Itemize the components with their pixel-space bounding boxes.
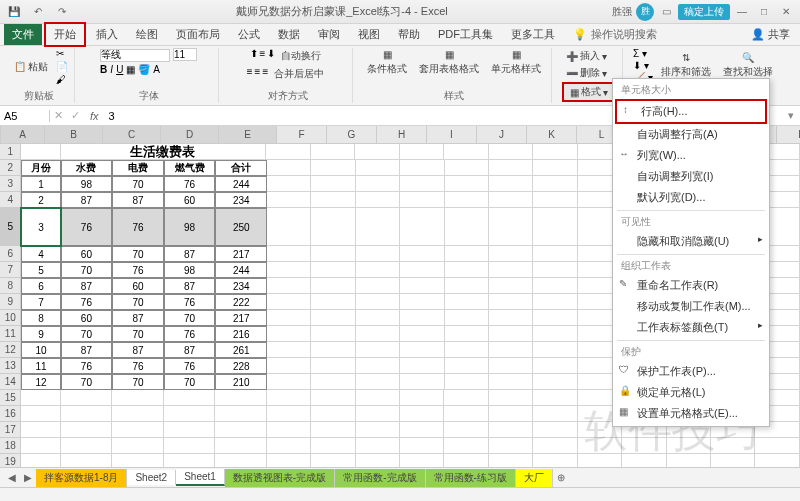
cell-B15[interactable]	[61, 390, 113, 406]
cell-L13[interactable]	[533, 358, 577, 374]
cell-H16[interactable]	[356, 406, 400, 422]
col-header-H[interactable]: H	[377, 126, 427, 143]
cell-G18[interactable]	[311, 438, 355, 454]
sort-filter-button[interactable]: ⇅排序和筛选	[657, 51, 715, 80]
col-header-J[interactable]: J	[477, 126, 527, 143]
cell-L2[interactable]	[533, 160, 577, 176]
cell-I3[interactable]	[400, 176, 444, 192]
col-header-F[interactable]: F	[277, 126, 327, 143]
cell-G3[interactable]	[311, 176, 355, 192]
cell-C13[interactable]: 76	[112, 358, 164, 374]
row-header-15[interactable]: 15	[0, 390, 21, 406]
delete-cell-button[interactable]: ➖删除 ▾	[562, 65, 611, 81]
cell-K1[interactable]	[489, 144, 533, 160]
cell-E11[interactable]: 216	[215, 326, 267, 342]
copy-icon[interactable]: 📄	[56, 61, 68, 72]
cell-L17[interactable]	[533, 422, 577, 438]
cell-J12[interactable]	[445, 342, 489, 358]
cell-D14[interactable]: 70	[164, 374, 216, 390]
cell-C2[interactable]: 电费	[112, 160, 164, 176]
row-header-8[interactable]: 8	[0, 278, 21, 294]
tab-start[interactable]: 开始	[44, 22, 86, 47]
cell-I10[interactable]	[400, 310, 444, 326]
cell-H15[interactable]	[356, 390, 400, 406]
cell-G10[interactable]	[311, 310, 355, 326]
cell-K4[interactable]	[489, 192, 533, 208]
cell-C7[interactable]: 76	[112, 262, 164, 278]
cell-F16[interactable]	[267, 406, 311, 422]
close-icon[interactable]: ✕	[776, 3, 796, 21]
cell-F5[interactable]	[267, 208, 311, 246]
cell-A7[interactable]: 5	[21, 262, 60, 278]
col-header-B[interactable]: B	[45, 126, 103, 143]
cell-A9[interactable]: 7	[21, 294, 60, 310]
bold-icon[interactable]: B	[100, 64, 107, 75]
cm-auto-row[interactable]: 自动调整行高(A)	[613, 124, 769, 145]
cell-E8[interactable]: 234	[215, 278, 267, 294]
cell-H10[interactable]	[356, 310, 400, 326]
cell-H6[interactable]	[356, 246, 400, 262]
tab-data[interactable]: 数据	[270, 24, 308, 45]
cell-D5[interactable]: 98	[164, 208, 216, 246]
undo-icon[interactable]: ↶	[28, 3, 48, 21]
cell-B1[interactable]: 生活缴费表	[61, 144, 267, 160]
cell-J14[interactable]	[445, 374, 489, 390]
cm-tab-color[interactable]: 工作表标签颜色(T)	[613, 317, 769, 338]
cell-K11[interactable]	[489, 326, 533, 342]
cell-L3[interactable]	[533, 176, 577, 192]
cell-J4[interactable]	[445, 192, 489, 208]
cell-B4[interactable]: 87	[61, 192, 113, 208]
cell-G5[interactable]	[311, 208, 355, 246]
cell-B17[interactable]	[61, 422, 113, 438]
cell-Q18[interactable]	[755, 438, 799, 454]
cell-I2[interactable]	[400, 160, 444, 176]
cell-A18[interactable]	[21, 438, 60, 454]
row-header-11[interactable]: 11	[0, 326, 21, 342]
cell-E7[interactable]: 244	[215, 262, 267, 278]
cell-B18[interactable]	[61, 438, 113, 454]
tab-nav-prev[interactable]: ◀	[4, 472, 20, 483]
cell-L8[interactable]	[533, 278, 577, 294]
row-header-1[interactable]: 1	[0, 144, 21, 160]
cell-F6[interactable]	[267, 246, 311, 262]
cell-I1[interactable]	[400, 144, 444, 160]
col-header-C[interactable]: C	[103, 126, 161, 143]
sheet-tab-7[interactable]: 大厂	[516, 469, 553, 487]
align-top-icon[interactable]: ⬆	[250, 48, 258, 64]
cell-K8[interactable]	[489, 278, 533, 294]
cell-D18[interactable]	[164, 438, 216, 454]
cell-J11[interactable]	[445, 326, 489, 342]
row-header-4[interactable]: 4	[0, 192, 21, 208]
cell-E2[interactable]: 合计	[215, 160, 267, 176]
cell-H11[interactable]	[356, 326, 400, 342]
cell-F18[interactable]	[267, 438, 311, 454]
cell-L16[interactable]	[533, 406, 577, 422]
cell-K10[interactable]	[489, 310, 533, 326]
row-header-16[interactable]: 16	[0, 406, 21, 422]
cell-F4[interactable]	[267, 192, 311, 208]
cell-K15[interactable]	[489, 390, 533, 406]
cell-F9[interactable]	[267, 294, 311, 310]
cell-G7[interactable]	[311, 262, 355, 278]
tab-more[interactable]: 更多工具	[503, 24, 563, 45]
cell-F13[interactable]	[267, 358, 311, 374]
cell-A2[interactable]: 月份	[21, 160, 60, 176]
cell-K6[interactable]	[489, 246, 533, 262]
formula-expand-icon[interactable]: ▾	[782, 109, 800, 122]
ribbon-options-icon[interactable]: ▭	[656, 3, 676, 21]
user-avatar[interactable]: 胜	[636, 3, 654, 21]
cm-col-width[interactable]: ↔列宽(W)...	[613, 145, 769, 166]
tab-formula[interactable]: 公式	[230, 24, 268, 45]
cell-C17[interactable]	[112, 422, 164, 438]
cell-C14[interactable]: 70	[112, 374, 164, 390]
redo-icon[interactable]: ↷	[52, 3, 72, 21]
row-header-3[interactable]: 3	[0, 176, 21, 192]
cell-A5[interactable]: 3	[21, 208, 60, 246]
cell-B6[interactable]: 60	[61, 246, 113, 262]
sheet-tab-1[interactable]: 拌客源数据1-8月	[36, 469, 127, 487]
italic-icon[interactable]: I	[110, 64, 113, 75]
paste-button[interactable]: 📋粘贴	[10, 59, 52, 75]
cell-C18[interactable]	[112, 438, 164, 454]
cm-lock[interactable]: 🔒锁定单元格(L)	[613, 382, 769, 403]
sheet-tab-4[interactable]: 数据透视图表-完成版	[225, 469, 335, 487]
